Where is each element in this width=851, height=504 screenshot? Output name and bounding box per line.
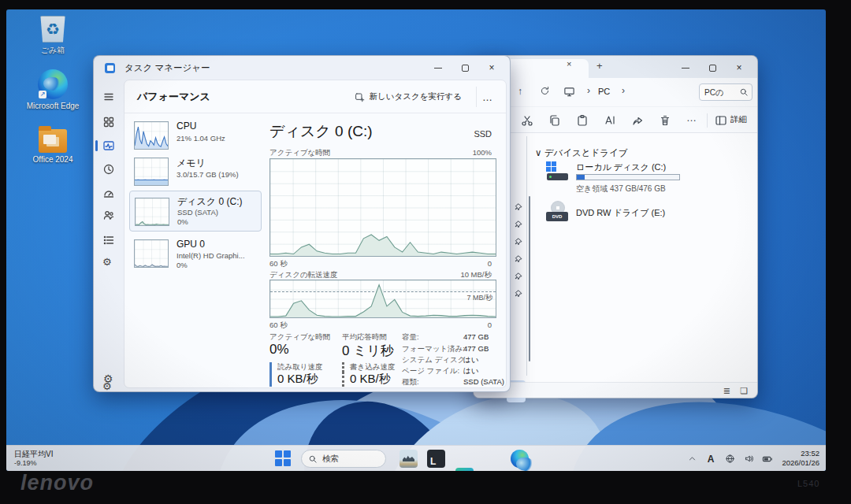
list-view-toggle-icon[interactable]: ≣ xyxy=(723,386,730,396)
breadcrumb-chevron-icon: › xyxy=(622,85,625,96)
edge-icon: ↗ xyxy=(38,69,68,99)
gpu-mini-chart xyxy=(134,239,169,268)
services-icon[interactable]: ⚙ xyxy=(102,256,115,269)
pdf-app-icon[interactable] xyxy=(455,468,474,471)
stock-change: -9.19% xyxy=(14,459,37,467)
up-arrow-icon[interactable]: ↑ xyxy=(518,86,522,97)
startup-apps-icon[interactable] xyxy=(102,187,115,199)
paste-icon[interactable] xyxy=(576,114,589,127)
disk-mini-chart xyxy=(135,198,169,226)
explorer-maximize-button[interactable] xyxy=(699,57,726,79)
dvd-drive-icon: DVD xyxy=(546,201,570,226)
explorer-window: × + × ↑ › PC › PCの xyxy=(473,55,758,398)
bezel-model: L540 xyxy=(797,479,819,488)
clock-time: 23:52 xyxy=(782,449,819,458)
tm-maximize-button[interactable] xyxy=(452,57,478,79)
office-folder-icon xyxy=(39,129,67,153)
drive-free-space: 空き領域 437 GB/476 GB xyxy=(576,183,666,195)
pane-separator[interactable] xyxy=(526,136,527,376)
chart1-label: アクティブな時間 xyxy=(269,148,330,158)
view-details-icon[interactable] xyxy=(715,114,727,127)
task-manager-app-icon xyxy=(105,63,115,73)
tab-close-icon[interactable]: × xyxy=(567,59,571,69)
explorer-tab-strip: × + × xyxy=(474,56,757,78)
details-icon[interactable] xyxy=(102,234,115,246)
tm-settings-gear-icon[interactable]: ⚙ xyxy=(103,372,113,385)
performance-icon[interactable] xyxy=(102,139,115,152)
cut-icon[interactable] xyxy=(521,114,533,127)
volume-icon[interactable] xyxy=(739,450,758,469)
explorer-minimize-button[interactable] xyxy=(672,57,699,79)
explorer-search-box[interactable]: PCの xyxy=(699,83,753,101)
edge-taskbar-icon[interactable] xyxy=(511,450,529,468)
section-chevron-icon[interactable]: ∨ xyxy=(535,148,541,158)
perf-item-memory[interactable]: メモリ 3.0/15.7 GB (19%) xyxy=(129,154,262,189)
system-tray: A xyxy=(682,446,777,471)
breadcrumb-chevron-icon: › xyxy=(587,85,590,96)
response-time-value: 0 ミリ秒 xyxy=(342,342,394,360)
run-new-task-button[interactable]: 新しいタスクを実行する xyxy=(347,87,470,107)
screen: ♻ ごみ箱 ↗ Microsoft Edge Office 2024 × + × xyxy=(6,9,826,471)
battery-icon[interactable] xyxy=(758,450,777,469)
start-button[interactable] xyxy=(274,450,292,468)
read-speed-value: 0 KB/秒 xyxy=(269,372,318,387)
icon-view-toggle-icon[interactable]: ❏ xyxy=(740,386,748,396)
copy-icon[interactable] xyxy=(548,114,561,127)
tm-sidebar: ⚙ ⚙ xyxy=(94,80,124,391)
perf-item-gpu[interactable]: GPU 0 Intel(R) HD Graphi... 0% xyxy=(129,236,262,276)
breadcrumb-pc[interactable]: PC xyxy=(598,87,610,96)
explorer-close-button[interactable]: × xyxy=(726,57,753,79)
section-devices-drives[interactable]: ∨ デバイスとドライブ xyxy=(535,147,628,159)
pin-icon xyxy=(513,237,523,247)
tray-chevron-icon[interactable] xyxy=(682,450,701,469)
pin-icon xyxy=(513,272,523,282)
performance-page-title: パフォーマンス xyxy=(137,90,210,104)
search-label: 検索 xyxy=(322,454,339,465)
tm-close-button[interactable]: × xyxy=(478,57,505,79)
l-app-icon[interactable]: L xyxy=(427,450,445,468)
ime-indicator[interactable]: A xyxy=(701,450,720,469)
delete-icon[interactable] xyxy=(659,114,671,127)
tm-more-button[interactable]: … xyxy=(476,87,498,107)
stock-name: 日経平均VI xyxy=(14,449,53,460)
toolbar-divider xyxy=(707,113,708,128)
refresh-icon[interactable] xyxy=(540,86,550,96)
desktop-icon-label: Office 2024 xyxy=(19,155,87,164)
share-icon[interactable] xyxy=(631,114,644,127)
pc-monitor-icon[interactable] xyxy=(563,86,575,98)
chart1-x-right: 0 xyxy=(488,259,492,268)
clock-date: 2026/01/26 xyxy=(782,458,819,468)
bezel-brand: lenovo xyxy=(20,471,94,495)
local-disk-icon xyxy=(546,161,570,187)
new-task-icon xyxy=(355,92,365,102)
rename-icon[interactable] xyxy=(604,114,616,127)
desktop-icon-recycle-bin[interactable]: ♻ ごみ箱 xyxy=(19,16,87,56)
explorer-content: ∨ デバイスとドライブ ローカル ディスク (C:) 空き領域 437 GB/4… xyxy=(474,133,757,382)
desktop-icon-office[interactable]: Office 2024 xyxy=(19,129,87,164)
sidebar-selection-indicator xyxy=(95,140,98,151)
weather-widget-icon[interactable] xyxy=(399,450,418,468)
view-details-label[interactable]: 詳細 xyxy=(730,114,747,127)
perf-item-cpu[interactable]: CPU 21% 1.04 GHz xyxy=(129,118,262,153)
tm-card-header: パフォーマンス 新しいタスクを実行する … xyxy=(124,80,506,113)
desktop-icon-label: Microsoft Edge xyxy=(19,102,87,110)
perf-item-disk[interactable]: ディスク 0 (C:) SSD (SATA) 0% xyxy=(129,191,262,232)
more-options-icon[interactable]: … xyxy=(686,112,699,124)
users-icon[interactable] xyxy=(102,209,115,221)
tm-minimize-button[interactable] xyxy=(425,57,452,79)
pin-icon xyxy=(513,220,523,230)
tm-window-title: タスク マネージャー xyxy=(124,62,210,74)
pin-icon xyxy=(513,202,523,213)
desktop-icon-edge[interactable]: ↗ Microsoft Edge xyxy=(19,69,87,110)
new-tab-button[interactable]: + xyxy=(596,60,603,72)
disk-panel-title: ディスク 0 (C:) xyxy=(269,121,373,142)
processes-icon[interactable] xyxy=(102,116,115,128)
taskbar-search[interactable]: 検索 xyxy=(301,450,386,468)
app-history-icon[interactable] xyxy=(102,163,115,176)
tray-clock[interactable]: 23:52 2026/01/26 xyxy=(782,449,819,469)
nav-scrollbar[interactable] xyxy=(529,196,530,361)
network-icon[interactable] xyxy=(720,450,739,469)
active-time-value: 0% xyxy=(269,342,289,358)
desktop-icon-label: ごみ箱 xyxy=(19,45,87,56)
menu-icon[interactable] xyxy=(102,91,115,103)
